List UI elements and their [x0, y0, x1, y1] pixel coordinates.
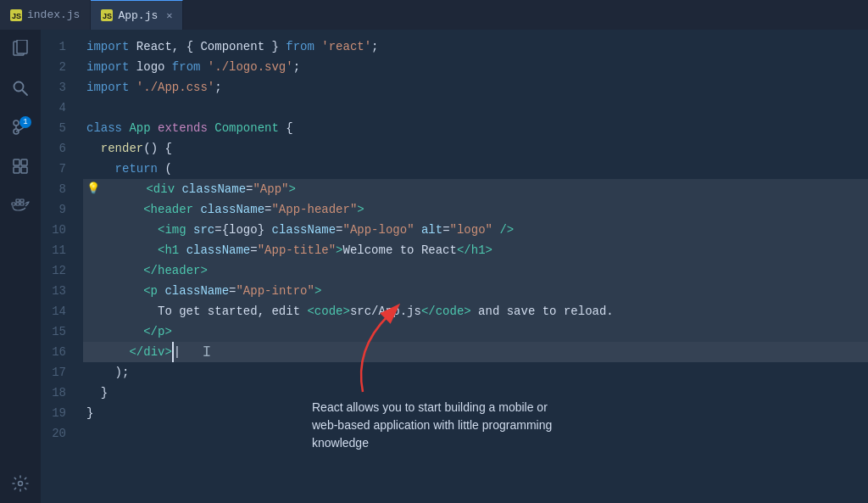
svg-point-6 [14, 82, 24, 92]
line-num-15: 15 [41, 321, 76, 342]
svg-rect-18 [16, 199, 19, 202]
svg-rect-16 [16, 203, 19, 205]
tab-app-js[interactable]: JS App.js ✕ [91, 0, 183, 30]
code-line-12: </header> [83, 260, 868, 281]
line-num-18: 18 [41, 383, 76, 403]
code-line-11: <h1 className="App-title">Welcome to Rea… [83, 240, 868, 260]
code-line-5: class App extends Component { [83, 118, 868, 138]
svg-text:JS: JS [103, 12, 112, 20]
code-content[interactable]: import React, { Component } from 'react'… [83, 30, 868, 503]
line-num-11: 11 [41, 240, 76, 260]
code-line-13: <p className="App-intro"> [83, 281, 868, 301]
line-num-2: 2 [41, 57, 76, 77]
search-icon[interactable] [8, 75, 33, 101]
line-num-16: 16 [41, 342, 76, 362]
lightbulb-icon: 💡 [86, 179, 100, 199]
line-num-3: 3 [41, 77, 76, 98]
activity-bar: 1 [0, 30, 41, 503]
code-line-9: <header className="App-header"> [83, 199, 868, 220]
line-num-5: 5 [41, 118, 76, 138]
code-line-6: render() { [83, 138, 868, 159]
line-num-17: 17 [41, 362, 76, 383]
docker-icon[interactable] [8, 193, 33, 218]
source-control-icon[interactable]: 1 [8, 115, 33, 140]
code-line-20 [83, 423, 868, 444]
js-icon-2: JS [101, 9, 113, 21]
svg-rect-11 [14, 159, 19, 165]
line-num-7: 7 [41, 159, 76, 179]
tab-index-label: index.js [27, 8, 80, 21]
line-num-13: 13 [41, 281, 76, 301]
editor-area[interactable]: 1 2 3 4 5 6 7 8 9 10 11 12 13 14 15 16 1… [41, 30, 868, 503]
line-num-6: 6 [41, 138, 76, 159]
code-line-19: } [83, 403, 868, 423]
code-line-8: 💡 <div className="App"> [83, 179, 868, 199]
text-cursor: | [172, 342, 181, 362]
code-line-4 [83, 98, 868, 118]
line-num-14: 14 [41, 301, 76, 321]
line-num-19: 19 [41, 403, 76, 423]
svg-rect-15 [12, 203, 15, 205]
main-layout: 1 [0, 30, 868, 503]
code-line-14: To get started, edit <code>src/App.js</c… [83, 301, 868, 321]
settings-icon[interactable] [8, 471, 33, 496]
line-num-12: 12 [41, 260, 76, 281]
code-line-7: return ( [83, 159, 868, 179]
line-num-9: 9 [41, 199, 76, 220]
svg-point-20 [19, 482, 23, 486]
svg-rect-13 [14, 167, 19, 173]
tab-bar: JS index.js JS App.js ✕ [0, 0, 868, 30]
code-line-16: </div>| I [83, 342, 868, 362]
line-num-10: 10 [41, 220, 76, 240]
svg-rect-12 [21, 159, 27, 165]
code-line-10: <img src={logo} className="App-logo" alt… [83, 220, 868, 240]
line-num-20: 20 [41, 423, 76, 444]
line-num-4: 4 [41, 98, 76, 118]
source-control-badge: 1 [19, 116, 31, 128]
js-icon: JS [10, 9, 22, 21]
files-icon[interactable] [8, 36, 33, 62]
code-line-1: import React, { Component } from 'react'… [83, 36, 868, 57]
svg-text:JS: JS [12, 12, 21, 20]
svg-rect-17 [20, 203, 24, 205]
code-editor: 1 2 3 4 5 6 7 8 9 10 11 12 13 14 15 16 1… [41, 30, 868, 503]
line-num-1: 1 [41, 36, 76, 57]
tab-app-label: App.js [118, 9, 158, 22]
line-numbers: 1 2 3 4 5 6 7 8 9 10 11 12 13 14 15 16 1… [41, 30, 83, 503]
line-num-8: 8 [41, 179, 76, 199]
tab-close-button[interactable]: ✕ [166, 9, 172, 22]
svg-point-8 [14, 120, 19, 126]
svg-line-7 [23, 91, 28, 96]
code-line-2: import logo from './logo.svg'; [83, 57, 868, 77]
svg-rect-14 [21, 167, 27, 173]
code-line-3: import './App.css'; [83, 77, 868, 98]
code-line-15: </p> [83, 321, 868, 342]
svg-rect-5 [17, 40, 27, 53]
tab-index-js[interactable]: JS index.js [0, 0, 91, 30]
code-line-17: ); [83, 362, 868, 383]
extensions-icon[interactable] [8, 154, 33, 179]
code-line-18: } [83, 383, 868, 403]
svg-rect-19 [20, 199, 24, 202]
